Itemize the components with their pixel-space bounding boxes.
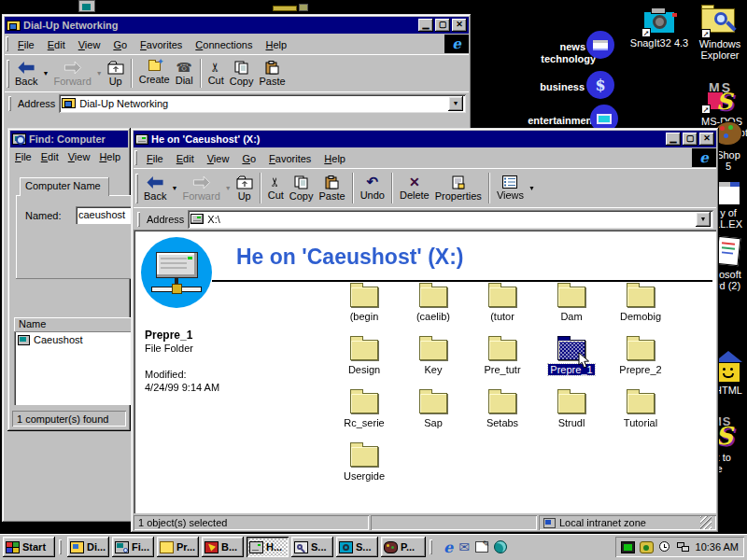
named-input[interactable]: caeushost [76,206,131,224]
taskbar-grip[interactable] [59,539,62,554]
tray-network-icon[interactable] [677,541,691,553]
taskbar-button-snagit[interactable]: S... [336,537,378,557]
channel-business-button[interactable]: $ [586,71,614,99]
taskbar-button-program[interactable]: B... [202,537,244,557]
folder-item[interactable]: Rc_serie [330,388,399,441]
properties-button[interactable]: Properties [432,171,485,205]
taskbar-button-paint[interactable]: P... [381,537,426,557]
toolbar-grip[interactable] [7,60,9,88]
menu-grip[interactable] [6,36,8,51]
copy-button[interactable]: Copy [287,171,317,205]
desktop-icon-snagit[interactable]: ➚ SnagIt32 4.3 [622,7,697,49]
menu-file[interactable]: File [140,150,170,166]
back-dropdown[interactable]: ▼ [42,70,49,77]
folder-item[interactable]: Sap [399,388,468,441]
cut-button[interactable]: ✂ Cut [205,57,227,90]
dialup-titlebar[interactable]: Dial-Up Networking ▁ ▢ ✕ [5,17,469,34]
view-channels-icon[interactable] [494,540,507,553]
menu-help[interactable]: Help [94,149,125,164]
menu-edit[interactable]: Edit [36,149,63,164]
ie-quick-icon[interactable]: e [444,539,453,556]
back-button[interactable]: Back [12,57,40,90]
quicklaunch-grip[interactable] [430,539,432,554]
tray-scheduler-icon[interactable] [640,541,654,553]
back-dropdown[interactable]: ▼ [171,185,177,191]
outlook-express-icon[interactable]: ✉ [458,539,470,554]
up-button[interactable]: Up [105,57,127,90]
maximize-button[interactable]: ▢ [683,133,698,146]
folder-item[interactable]: (begin [330,282,399,335]
folder-item[interactable]: Pre_tutr [468,335,537,388]
folder-item[interactable]: Strudl [537,388,606,441]
create-button[interactable]: ✦ Create [136,57,173,90]
paste-button[interactable]: Paste [256,57,288,90]
tray-monitor-icon[interactable] [621,541,635,553]
menu-grip[interactable] [134,150,137,165]
minimize-button[interactable]: ▁ [418,19,433,32]
views-dropdown[interactable]: ▼ [529,185,535,191]
forward-dropdown[interactable]: ▼ [96,70,103,77]
clock[interactable]: 10:36 AM [696,541,739,553]
forward-button[interactable]: Forward [179,171,222,205]
tray-clock-icon[interactable] [658,541,672,553]
forward-dropdown[interactable]: ▼ [225,185,232,191]
folder-item[interactable]: Tutorial [606,388,675,441]
views-button[interactable]: Views [494,171,527,205]
folder-item[interactable]: Design [330,335,399,388]
taskbar-button-folder[interactable]: Pr... [157,537,199,557]
back-button[interactable]: Back [141,171,169,205]
folder-item[interactable]: Prepre_2 [606,335,675,388]
explorer-titlebar[interactable]: He on 'Caeushost' (X:) ▁ ▢ ✕ [134,131,716,147]
partial-computer-icon[interactable] [78,0,95,12]
menu-file[interactable]: File [10,149,36,164]
up-button[interactable]: Up [233,171,256,205]
address-dropdown-button[interactable]: ▼ [696,212,711,227]
folder-item-selected[interactable]: Prepre_1 [537,335,606,388]
find-titlebar[interactable]: Find: Computer [10,131,128,147]
folder-item[interactable]: Key [399,335,468,388]
menu-view[interactable]: View [72,36,107,52]
maximize-button[interactable]: ▢ [435,19,450,32]
menu-edit[interactable]: Edit [41,36,72,52]
menu-file[interactable]: File [11,36,41,52]
resize-grip[interactable] [700,516,712,529]
close-button[interactable]: ✕ [452,19,467,32]
folder-item[interactable]: (tutor [468,282,537,335]
show-desktop-icon[interactable]: ✎ [475,541,488,553]
menu-view[interactable]: View [63,149,95,164]
address-dropdown-button[interactable]: ▼ [448,96,463,111]
address-field[interactable]: X:\ ▼ [188,210,713,229]
taskbar-button-dialup[interactable]: Di... [67,537,109,557]
channel-entertainment-label[interactable]: entertainment [525,115,596,127]
cut-button[interactable]: ✂ Cut [265,171,287,205]
copy-button[interactable]: Copy [227,57,257,90]
paste-button[interactable]: Paste [317,171,348,205]
taskbar-button-he-active[interactable]: H... [247,537,289,557]
menu-edit[interactable]: Edit [170,150,201,166]
folder-item[interactable]: Dam [537,282,606,335]
folder-item[interactable]: Demobig [606,282,675,335]
forward-button[interactable]: Forward [50,57,93,90]
channel-business-label[interactable]: business [529,81,585,93]
addressbar-grip[interactable] [8,96,11,111]
start-button[interactable]: Start [3,537,55,557]
tab-computer-name[interactable]: Computer Name [20,177,109,196]
delete-button[interactable]: ✕ Delete [397,171,432,205]
addressbar-grip[interactable] [137,212,140,227]
minimize-button[interactable]: ▁ [666,133,681,146]
menu-connections[interactable]: Connections [189,36,259,52]
menu-favorites[interactable]: Favorites [262,150,317,166]
folder-item[interactable]: Usergide [330,441,399,495]
toolbar-grip[interactable] [135,174,138,203]
menu-view[interactable]: View [201,150,236,166]
menu-help[interactable]: Help [317,150,352,166]
folder-item[interactable]: (caelib) [399,282,468,335]
find-results-list[interactable]: Name Caeushost [14,317,131,405]
dial-button[interactable]: ☎ Dial [173,57,196,90]
folder-item[interactable]: Setabs [468,388,537,441]
channel-news-button[interactable] [586,31,614,59]
undo-button[interactable]: ↶ Undo [358,171,388,205]
close-button[interactable]: ✕ [699,133,714,146]
menu-go[interactable]: Go [106,36,134,52]
menu-help[interactable]: Help [260,36,294,52]
